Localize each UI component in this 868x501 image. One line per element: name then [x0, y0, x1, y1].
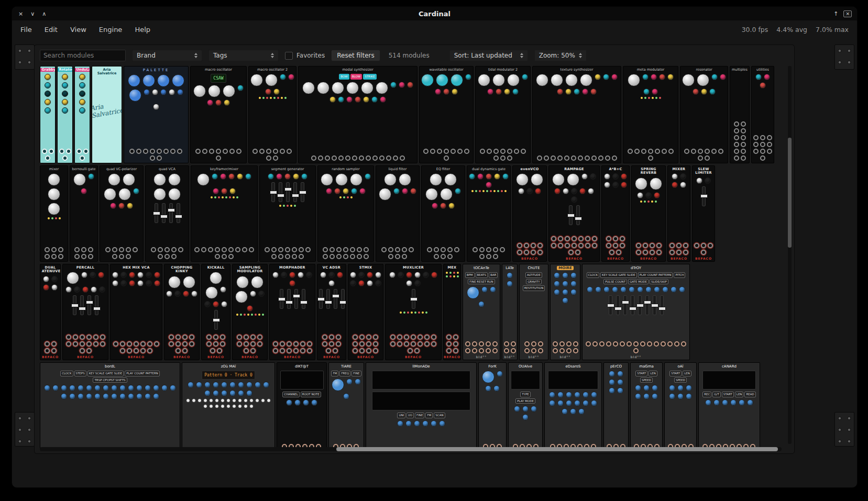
knob[interactable] — [358, 280, 365, 286]
knob[interactable] — [146, 272, 152, 278]
knob[interactable] — [477, 173, 484, 180]
knob[interactable] — [469, 173, 475, 180]
jack-port[interactable] — [127, 341, 132, 347]
jack-port[interactable] — [249, 247, 254, 252]
jack-port[interactable] — [437, 149, 442, 154]
knob[interactable] — [662, 286, 668, 293]
knob[interactable] — [485, 385, 491, 392]
jack-port[interactable] — [273, 149, 278, 154]
jack-port[interactable] — [154, 341, 159, 347]
jack-port[interactable] — [741, 155, 746, 161]
slider[interactable] — [653, 295, 656, 315]
jack-port[interactable] — [273, 348, 278, 353]
knob[interactable] — [635, 177, 647, 190]
knob[interactable] — [81, 188, 87, 194]
knob[interactable] — [321, 173, 333, 186]
jack-port[interactable] — [656, 243, 662, 248]
jack-port[interactable] — [350, 247, 355, 252]
knob[interactable] — [399, 82, 405, 88]
knob[interactable] — [170, 385, 176, 391]
knob[interactable] — [320, 272, 326, 278]
knob[interactable] — [154, 272, 160, 278]
knob[interactable] — [129, 272, 135, 278]
pad-button[interactable] — [221, 404, 225, 408]
jack-port[interactable] — [182, 335, 188, 340]
jack-port[interactable] — [683, 243, 688, 248]
jack-port[interactable] — [158, 247, 163, 252]
knob[interactable] — [62, 107, 68, 114]
jack-port[interactable] — [215, 254, 220, 259]
knob[interactable] — [686, 393, 692, 399]
knob[interactable] — [79, 99, 85, 105]
jack-port[interactable] — [364, 254, 369, 259]
jack-port[interactable] — [366, 335, 371, 340]
slider[interactable] — [576, 205, 580, 225]
knob[interactable] — [672, 173, 678, 180]
jack-port[interactable] — [446, 348, 452, 353]
jack-port[interactable] — [698, 149, 703, 154]
jack-port[interactable] — [206, 341, 212, 347]
knob[interactable] — [425, 188, 438, 201]
knob[interactable] — [204, 382, 211, 388]
jack-port[interactable] — [681, 341, 686, 347]
jack-port[interactable] — [333, 348, 338, 353]
jack-port[interactable] — [734, 128, 739, 133]
knob[interactable] — [552, 173, 565, 186]
jack-port[interactable] — [45, 341, 50, 347]
jack-port[interactable] — [150, 155, 155, 161]
knob[interactable] — [431, 420, 437, 427]
jack-port[interactable] — [73, 335, 78, 340]
knob[interactable] — [229, 390, 236, 396]
jack-port[interactable] — [537, 243, 543, 248]
jack-port[interactable] — [557, 155, 563, 161]
knob[interactable] — [617, 379, 623, 385]
knob[interactable] — [128, 393, 134, 399]
knob[interactable] — [108, 173, 120, 186]
knob[interactable] — [430, 173, 442, 186]
jack-port[interactable] — [564, 155, 569, 161]
jack-port[interactable] — [473, 247, 478, 252]
slider[interactable] — [87, 295, 91, 315]
knob[interactable] — [390, 82, 397, 88]
knob[interactable] — [303, 399, 309, 406]
knob[interactable] — [346, 378, 353, 385]
jack-port[interactable] — [373, 335, 378, 340]
knob[interactable] — [448, 203, 455, 209]
jack-port[interactable] — [271, 254, 277, 259]
knob[interactable] — [643, 88, 650, 95]
knob[interactable] — [235, 291, 248, 303]
jack-port[interactable] — [83, 149, 89, 154]
knob[interactable] — [617, 371, 623, 377]
jack-port[interactable] — [517, 250, 522, 255]
knob[interactable] — [405, 420, 412, 427]
jack-port[interactable] — [80, 335, 85, 340]
slider[interactable] — [609, 295, 612, 315]
knob[interactable] — [764, 74, 770, 80]
knob[interactable] — [497, 371, 503, 377]
jack-port[interactable] — [479, 254, 485, 259]
module-tile-percall[interactable]: PERCALLBEFACO — [62, 264, 108, 360]
jack-port[interactable] — [606, 341, 611, 347]
jack-port[interactable] — [73, 341, 78, 347]
knob[interactable] — [221, 188, 227, 194]
knob[interactable] — [384, 173, 397, 186]
knob[interactable] — [609, 379, 615, 385]
slider[interactable] — [279, 182, 282, 202]
jack-port[interactable] — [531, 243, 536, 248]
jack-port[interactable] — [524, 243, 529, 248]
jack-port[interactable] — [353, 348, 358, 353]
knob[interactable] — [680, 173, 686, 180]
slider[interactable] — [73, 295, 76, 315]
jack-port[interactable] — [524, 341, 530, 347]
knob[interactable] — [289, 280, 295, 286]
jack-port[interactable] — [643, 243, 648, 248]
jack-port[interactable] — [612, 155, 617, 161]
knob[interactable] — [67, 272, 79, 284]
knob[interactable] — [90, 272, 96, 278]
slider[interactable] — [95, 295, 98, 315]
slider[interactable] — [280, 289, 283, 309]
jack-port[interactable] — [237, 335, 242, 340]
jack-port[interactable] — [591, 155, 597, 161]
knob[interactable] — [88, 173, 94, 180]
knob[interactable] — [142, 74, 155, 87]
